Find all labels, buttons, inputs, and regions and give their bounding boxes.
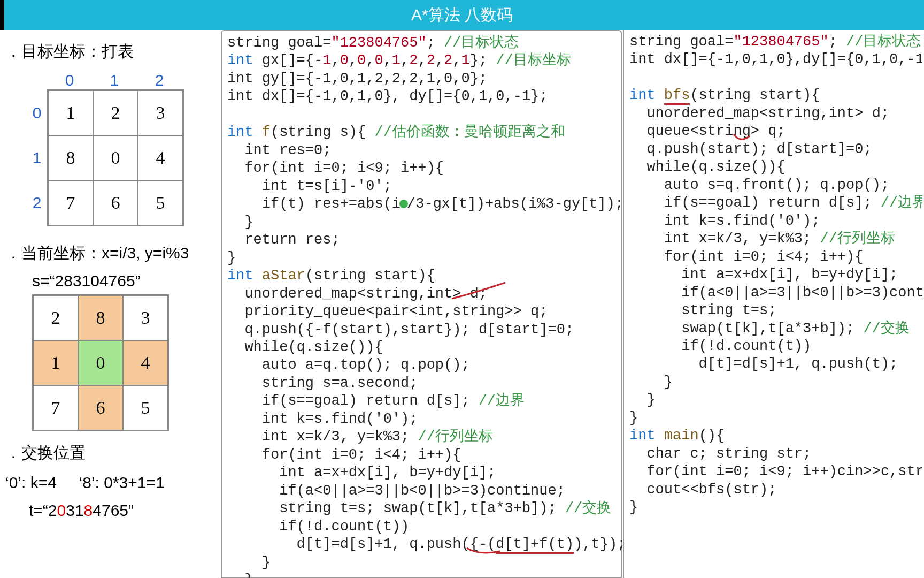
start-cell: 5 [123,385,168,430]
code-pane-astar: string goal="123804765"; //目标状态 int gx[]… [221,30,622,578]
goal-cell: 2 [93,90,138,135]
axis-row-0: 0 [27,90,47,135]
axis-row-2: 2 [27,180,47,225]
axis-col-1: 1 [92,68,137,89]
start-cell: 1 [33,340,78,385]
start-cell: 8 [78,295,123,340]
goal-cell: 0 [93,135,138,180]
start-cell: 6 [78,385,123,430]
title-bar: A*算法 八数码 [0,0,924,30]
cursor-dot-icon [399,200,408,208]
goal-grid: 1 2 3 8 0 4 7 6 5 [47,89,184,226]
t-string: t=“203184765” [29,501,214,520]
k-line: ‘0’: k=4 ‘8’: 0*3+1=1 [5,474,214,492]
axis-row-1: 1 [27,135,47,180]
start-cell: 2 [33,295,78,340]
s-string: s=“283104765” [32,272,214,290]
start-cell: 7 [33,385,78,430]
start-cell: 0 [78,340,123,385]
section2-label: ．当前坐标：x=i/3, y=i%3 [5,242,214,264]
astar-code: string goal="123804765"; //目标状态 int gx[]… [222,31,621,578]
goal-cell: 5 [138,180,183,225]
axis-col-2: 2 [137,68,182,89]
page-title: A*算法 八数码 [411,4,513,26]
k-eight: ‘8’: 0*3+1=1 [79,474,165,491]
content-area: ．目标坐标：打表 0 1 2 0 1 2 1 2 3 [0,30,924,578]
start-grid: 2 8 3 1 0 4 7 6 5 [32,294,169,431]
start-cell: 4 [123,340,168,385]
section1-label: ．目标坐标：打表 [5,41,214,63]
k-zero: ‘0’: k=4 [5,474,57,491]
code-pane-bfs: string goal="123804765"; //目标状态 int dx[]… [623,30,922,578]
goal-cell: 6 [93,180,138,225]
left-pane: ．目标坐标：打表 0 1 2 0 1 2 1 2 3 [0,30,219,578]
goal-cell: 4 [138,135,183,180]
bfs-code: string goal="123804765"; //目标状态 int dx[]… [624,30,922,520]
goal-cell: 1 [48,90,93,135]
goal-cell: 8 [48,135,93,180]
axis-col-0: 0 [47,68,92,89]
goal-cell: 3 [138,90,183,135]
goal-cell: 7 [48,180,93,225]
goal-grid-block: 0 1 2 0 1 2 1 2 3 8 [27,68,214,226]
section3-label: ．交换位置 [5,442,214,464]
start-cell: 3 [123,295,168,340]
